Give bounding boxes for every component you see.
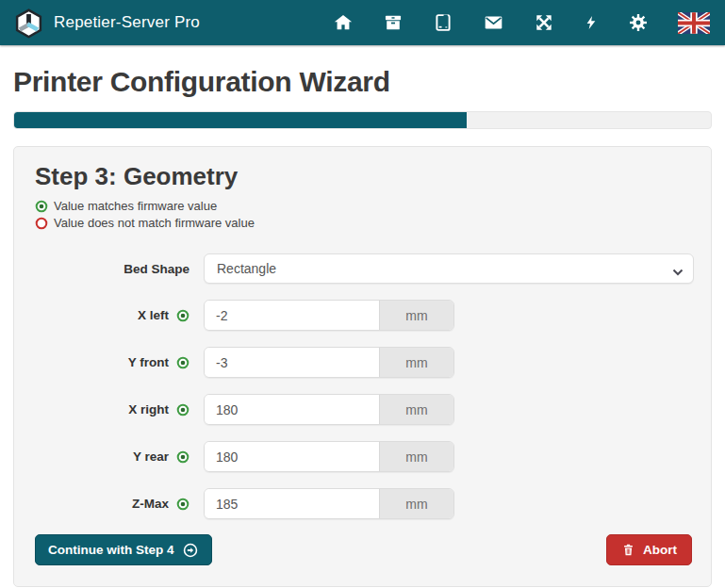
x-right-unit: mm <box>379 395 453 424</box>
bed-shape-select[interactable]: Rectangle <box>204 253 694 284</box>
form-row-y-rear: Y rear mm <box>35 441 692 472</box>
match-status-icon <box>176 498 189 511</box>
form-row-x-left: X left mm <box>35 300 692 331</box>
form-row-bed-shape: Bed Shape Rectangle <box>35 253 692 284</box>
z-max-input[interactable] <box>205 489 379 518</box>
tablet-icon[interactable] <box>433 12 453 33</box>
abort-button-label: Abort <box>643 543 677 557</box>
wizard-step-card: Step 3: Geometry Value matches firmware … <box>13 146 712 587</box>
legend-mismatch: Value does not match firmware value <box>35 215 692 232</box>
bed-shape-label: Bed Shape <box>124 262 189 276</box>
y-rear-input[interactable] <box>205 442 379 471</box>
trash-icon <box>621 542 635 558</box>
expand-arrows-icon[interactable] <box>534 12 554 33</box>
legend-match: Value matches firmware value <box>35 198 692 215</box>
top-navbar: Repetier-Server Pro <box>0 0 725 45</box>
mail-icon[interactable] <box>483 12 504 33</box>
wizard-progress-bar <box>13 111 712 129</box>
z-max-unit: mm <box>379 489 453 518</box>
mismatch-status-icon <box>35 217 48 230</box>
y-rear-unit: mm <box>379 442 453 471</box>
match-status-icon <box>176 403 189 416</box>
brand-name: Repetier-Server Pro <box>54 13 200 32</box>
continue-button[interactable]: Continue with Step 4 <box>35 534 212 565</box>
legend-match-label: Value matches firmware value <box>54 198 217 215</box>
navbar-menu <box>333 12 710 34</box>
match-status-icon <box>176 450 189 464</box>
form-row-x-right: X right mm <box>35 394 692 425</box>
step-title: Step 3: Geometry <box>35 162 692 191</box>
arrow-circle-right-icon <box>182 542 199 559</box>
wizard-footer: Continue with Step 4 <box>35 534 692 565</box>
x-right-label: X right <box>128 402 169 416</box>
page-title: Printer Configuration Wizard <box>13 65 712 99</box>
lightning-bolt-icon[interactable] <box>584 12 599 33</box>
brand[interactable]: Repetier-Server Pro <box>13 8 200 39</box>
y-front-input[interactable] <box>205 348 379 377</box>
archive-box-icon[interactable] <box>383 12 404 33</box>
x-left-label: X left <box>138 308 169 322</box>
form-row-y-front: Y front mm <box>35 347 692 378</box>
language-flag-uk-icon[interactable] <box>678 12 710 34</box>
y-rear-label: Y rear <box>133 449 169 464</box>
match-status-icon <box>176 309 189 322</box>
repetier-logo-icon <box>13 8 44 39</box>
x-left-input[interactable] <box>205 301 379 330</box>
abort-button[interactable]: Abort <box>606 534 692 565</box>
match-status-icon <box>176 356 189 369</box>
x-left-unit: mm <box>379 301 453 330</box>
wizard-progress-fill <box>14 112 467 128</box>
continue-button-label: Continue with Step 4 <box>48 543 174 557</box>
match-status-icon <box>35 200 48 213</box>
home-icon[interactable] <box>333 12 354 33</box>
y-front-label: Y front <box>128 355 169 369</box>
x-right-input[interactable] <box>205 395 379 424</box>
legend-mismatch-label: Value does not match firmware value <box>54 215 255 232</box>
z-max-label: Z-Max <box>132 497 169 511</box>
y-front-unit: mm <box>379 348 453 377</box>
main-content: Printer Configuration Wizard Step 3: Geo… <box>0 65 725 587</box>
form-row-z-max: Z-Max mm <box>35 488 692 519</box>
settings-gear-icon[interactable] <box>628 12 649 33</box>
